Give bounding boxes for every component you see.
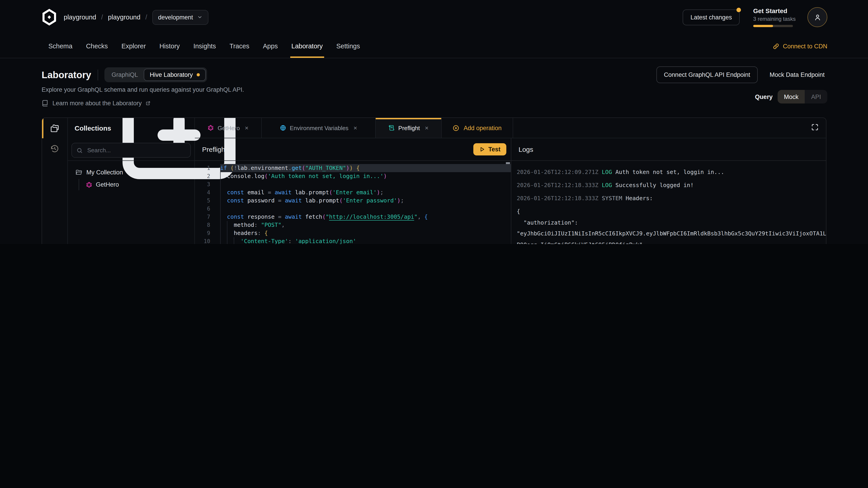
- hive-logo-icon[interactable]: [41, 8, 57, 26]
- tab-preflight[interactable]: Preflight×: [376, 118, 442, 138]
- indent-guide: [220, 229, 221, 237]
- query-mode-mock[interactable]: Mock: [778, 90, 805, 103]
- code-line: 2console.log('Auth token not set, loggin…: [195, 172, 511, 180]
- chevron-down-icon: [197, 14, 203, 20]
- latest-changes-wrap: Latest changes: [683, 9, 740, 25]
- mode-toggle: GraphiQLHive Laboratory: [104, 67, 207, 82]
- log-raw-line: "authorization":: [517, 217, 826, 228]
- main-nav: SchemaChecksExplorerHistoryInsightsTrace…: [0, 34, 868, 58]
- line-number: 8: [195, 221, 220, 229]
- tab-gethero[interactable]: GetHero×: [195, 118, 262, 138]
- scroll-icon: [388, 125, 395, 131]
- line-number: 5: [195, 197, 220, 205]
- nav-item-laboratory[interactable]: Laboratory: [291, 34, 323, 58]
- log-raw-line: "eyJhbGciOiJIUzI1NiIsInR5cCI6IkpXVCJ9.ey…: [517, 228, 826, 239]
- indent-guide: [227, 229, 227, 237]
- get-started-widget[interactable]: Get Started 3 remaining tasks: [753, 7, 795, 27]
- log-level: LOG: [602, 182, 615, 188]
- indent-guide: [227, 237, 227, 244]
- collections-sidebar: Collections My Collection GetHero: [68, 118, 195, 244]
- status-dot: [196, 73, 199, 76]
- nav-item-history[interactable]: History: [159, 34, 180, 58]
- get-started-progress-fill: [753, 25, 773, 27]
- graphql-icon: [86, 182, 92, 188]
- query-mode-api[interactable]: API: [805, 90, 827, 103]
- code-line: 4const email = await lab.prompt('Enter e…: [195, 188, 511, 197]
- code-line-content: const email = await lab.prompt('Enter em…: [220, 188, 511, 197]
- mode-option-graphiql[interactable]: GraphiQL: [105, 69, 144, 81]
- mode-option-hive-laboratory[interactable]: Hive Laboratory: [144, 69, 206, 81]
- code-line-content: 'Content-Type': 'application/json': [220, 237, 511, 244]
- code-line-content: [220, 180, 511, 188]
- log-timestamp: 2026-01-26T12:12:18.333Z: [517, 195, 602, 201]
- log-level: SYSTEM: [602, 195, 625, 201]
- log-message: Successfully logged in!: [616, 182, 694, 188]
- add-operation-label: Add operation: [464, 125, 502, 131]
- code-editor[interactable]: 1if (!lab.environment.get("AUTH_TOKEN"))…: [195, 161, 511, 244]
- collection-operations: GetHero: [79, 179, 194, 190]
- indent-guide: [234, 237, 234, 244]
- log-raw-line: B90oqg_IjOmGtjP6CkiV5Jt695jBD0fjzPxk": [517, 239, 826, 244]
- external-link-icon: [146, 101, 151, 106]
- connect-to-cdn-link[interactable]: Connect to CDN: [772, 34, 827, 58]
- fullscreen-button[interactable]: [811, 123, 819, 133]
- code-line: 8method: "POST",: [195, 221, 511, 229]
- close-icon[interactable]: ×: [245, 124, 248, 131]
- get-started-title: Get Started: [753, 7, 795, 14]
- user-avatar[interactable]: [807, 7, 827, 27]
- test-button[interactable]: Test: [473, 143, 506, 156]
- line-number: 1: [195, 164, 220, 172]
- icon-rail: [42, 118, 68, 244]
- tab-environment-variables[interactable]: Environment Variables×: [262, 118, 376, 138]
- collection-name: My Collection: [86, 169, 123, 176]
- code-line: 5const password = await lab.prompt('Ente…: [195, 197, 511, 205]
- rail-collections-button[interactable]: [42, 118, 67, 138]
- logs-body: 2026-01-26T12:12:09.271Z LOG Auth token …: [511, 161, 826, 244]
- indent-guide: [220, 221, 221, 229]
- query-mode-row: Query MockAPI: [755, 90, 827, 103]
- target-selector[interactable]: development: [152, 10, 209, 25]
- logs-panel: Logs 2026-01-26T12:12:09.271Z LOG Auth t…: [511, 138, 826, 244]
- breadcrumb-separator: /: [101, 13, 103, 21]
- tabbar-spacer: [513, 118, 811, 138]
- breadcrumb: playground / playground / development: [64, 10, 209, 25]
- tab-label: Environment Variables: [290, 125, 348, 131]
- nav-item-insights[interactable]: Insights: [193, 34, 216, 58]
- user-icon: [813, 13, 821, 21]
- learn-more-label: Learn more about the Laboratory: [53, 100, 142, 107]
- nav-item-schema[interactable]: Schema: [49, 34, 72, 58]
- play-icon: [479, 147, 485, 152]
- editor-logs-split: Preflight Test 1if (!lab.environment.get…: [195, 138, 826, 244]
- log-timestamp: 2026-01-26T12:12:09.271Z: [517, 168, 602, 175]
- nav-item-settings[interactable]: Settings: [336, 34, 360, 58]
- add-operation-button[interactable]: Add operation: [442, 118, 513, 138]
- nav-item-apps[interactable]: Apps: [263, 34, 278, 58]
- query-label: Query: [755, 93, 773, 100]
- link-icon: [772, 43, 779, 50]
- search-box: [71, 143, 191, 158]
- line-number: 10: [195, 237, 220, 244]
- close-icon[interactable]: ×: [353, 124, 357, 131]
- nav-item-explorer[interactable]: Explorer: [121, 34, 146, 58]
- rail-history-button[interactable]: [42, 138, 67, 159]
- mock-data-endpoint-button[interactable]: Mock Data Endpoint: [767, 67, 827, 83]
- log-entry: 2026-01-26T12:12:18.333Z LOG Successfull…: [517, 180, 826, 191]
- operation-name: GetHero: [96, 181, 119, 188]
- close-icon[interactable]: ×: [425, 124, 429, 131]
- operation-item-gethero[interactable]: GetHero: [86, 179, 194, 190]
- nav-item-checks[interactable]: Checks: [86, 34, 108, 58]
- laboratory-panel: Collections My Collection GetHero GetHer…: [41, 118, 827, 244]
- connect-graphql-endpoint-button[interactable]: Connect GraphQL API Endpoint: [656, 66, 758, 83]
- code-line: 9headers: {: [195, 229, 511, 237]
- line-number: 2: [195, 172, 220, 180]
- breadcrumb-project[interactable]: playground: [108, 13, 141, 21]
- search-input[interactable]: [86, 147, 186, 154]
- page-title: Laboratory: [41, 69, 91, 80]
- collection-item[interactable]: My Collection: [75, 169, 194, 176]
- breadcrumb-org[interactable]: playground: [64, 13, 96, 21]
- latest-changes-button[interactable]: Latest changes: [683, 9, 740, 25]
- indent-guide: [220, 172, 221, 180]
- editor-title: Preflight: [202, 145, 227, 153]
- nav-item-traces[interactable]: Traces: [229, 34, 249, 58]
- line-number: 7: [195, 213, 220, 221]
